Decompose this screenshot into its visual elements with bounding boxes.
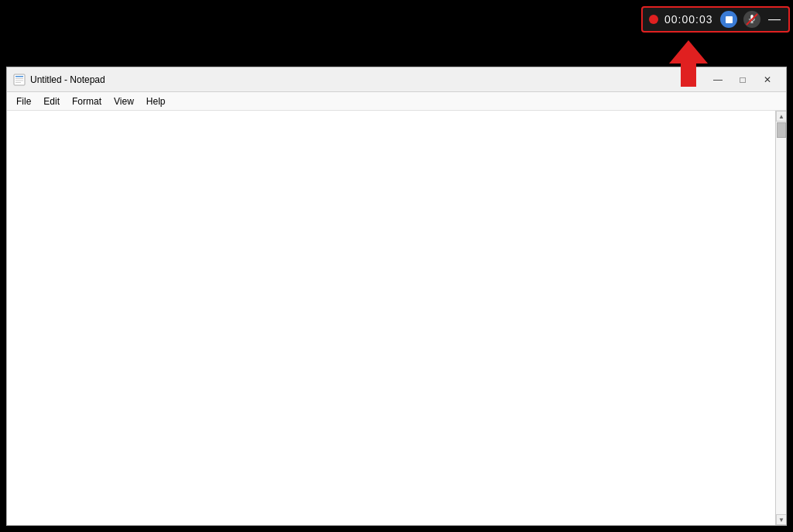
scroll-track (776, 122, 786, 514)
minimize-button[interactable]: — (705, 70, 730, 89)
scroll-up-arrow[interactable]: ▲ (776, 111, 786, 122)
svg-marker-3 (669, 40, 708, 87)
notepad-text-area[interactable] (7, 111, 775, 525)
svg-rect-7 (15, 80, 23, 81)
mic-mute-button[interactable] (743, 11, 760, 28)
scroll-down-arrow[interactable]: ▼ (776, 514, 786, 525)
recording-toolbar: 00:00:03 — (641, 6, 790, 33)
arrow-indicator (669, 40, 708, 90)
menu-format[interactable]: Format (66, 94, 108, 108)
text-area-container: ▲ ▼ (7, 111, 786, 525)
svg-rect-6 (15, 78, 23, 79)
record-indicator (649, 15, 658, 24)
record-timer: 00:00:03 (664, 13, 714, 26)
svg-rect-5 (15, 76, 23, 77)
maximize-button[interactable]: □ (730, 70, 755, 89)
menu-view[interactable]: View (108, 94, 140, 108)
toolbar-menu-button[interactable]: — (767, 13, 782, 26)
scroll-thumb[interactable] (777, 122, 786, 138)
stop-icon (726, 16, 733, 23)
menu-help[interactable]: Help (140, 94, 172, 108)
close-button[interactable]: ✕ (755, 70, 780, 89)
window-title: Untitled - Notepad (30, 74, 705, 85)
stop-button[interactable] (720, 11, 737, 28)
window-controls: — □ ✕ (705, 70, 780, 89)
notepad-icon (13, 74, 26, 86)
menu-file[interactable]: File (10, 94, 37, 108)
vertical-scrollbar: ▲ ▼ (775, 111, 786, 525)
svg-rect-8 (15, 82, 21, 83)
notepad-window: Untitled - Notepad — □ ✕ File Edit Forma… (6, 67, 787, 526)
menubar: File Edit Format View Help (7, 92, 786, 111)
menu-edit[interactable]: Edit (37, 94, 66, 108)
